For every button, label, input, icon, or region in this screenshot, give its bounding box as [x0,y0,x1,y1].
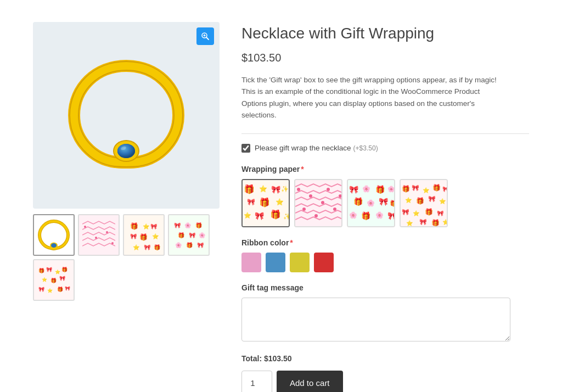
svg-text:🎁: 🎁 [139,233,148,241]
svg-text:🎀: 🎀 [437,210,444,217]
svg-text:🎀: 🎀 [189,232,196,239]
svg-text:🎀: 🎀 [38,286,45,293]
wrapping-paper-label: Wrapping paper* [241,165,529,173]
thumb-paper2[interactable]: 🎁 ⭐ 🎀 🎀 🎁 ⭐ ⭐ 🎀 🎁 [123,214,165,256]
color-swatch-yellow[interactable] [290,253,310,272]
svg-text:⭐: ⭐ [42,277,47,282]
svg-text:🎁: 🎁 [130,222,138,230]
wrapping-paper-section: Wrapping paper* 🎁 ⭐ 🎀 ✨ 🎀 🎁 ⭐ [241,165,529,227]
svg-text:🌸: 🌸 [199,232,205,239]
quantity-input[interactable] [241,371,272,392]
ribbon-color-section: Ribbon color* [241,238,529,272]
svg-text:🎀: 🎀 [197,242,204,249]
necklace-illustration [66,55,187,176]
svg-text:🎀: 🎀 [402,208,409,216]
svg-text:✨: ✨ [283,212,290,220]
svg-text:✨: ✨ [281,185,289,193]
thumb-paper3[interactable]: 🎀 🌸 🎁 🎁 🎀 🌸 🌸 🎁 🎀 [168,214,210,256]
svg-point-66 [314,214,318,217]
thumb-paper1[interactable] [78,214,120,256]
gift-tag-input[interactable] [241,298,510,341]
svg-point-68 [339,194,342,198]
svg-text:🎁: 🎁 [154,244,160,251]
svg-point-65 [302,208,306,211]
product-description: Tick the 'Gift wrap' box to see the gift… [241,74,505,121]
svg-text:⭐: ⭐ [413,210,420,217]
paper-options: 🎁 ⭐ 🎀 ✨ 🎀 🎁 ⭐ ⭐ 🎀 🎁 ✨ [241,179,529,227]
thumb-necklace[interactable] [33,214,75,256]
svg-text:⭐: ⭐ [406,220,413,227]
svg-point-63 [321,201,324,204]
svg-text:🎀: 🎀 [271,185,281,194]
svg-text:🎀: 🎀 [144,244,151,251]
svg-text:🎁: 🎁 [425,208,433,216]
page-wrapper: 🎁 ⭐ 🎀 🎀 🎁 ⭐ ⭐ 🎀 🎁 🎀 [0,0,562,392]
svg-point-13 [95,237,97,239]
paper-option-2[interactable] [294,179,342,227]
svg-text:🎁: 🎁 [390,199,395,207]
thumb-paper2-img: 🎁 ⭐ 🎀 🎀 🎁 ⭐ ⭐ 🎀 🎁 [127,219,160,251]
svg-text:⭐: ⭐ [152,233,159,240]
svg-text:🎁: 🎁 [361,211,371,221]
svg-text:🎀: 🎀 [59,275,66,282]
add-to-cart-button[interactable]: Add to cart [277,371,343,392]
svg-text:⭐: ⭐ [439,198,446,205]
thumb-paper3-img: 🎀 🌸 🎁 🎁 🎀 🌸 🌸 🎁 🎀 [172,219,205,251]
svg-text:🎁: 🎁 [244,184,255,194]
svg-point-7 [117,144,135,158]
gift-wrap-checkbox[interactable] [241,144,250,153]
svg-text:🎁: 🎁 [353,197,363,206]
svg-text:🎁: 🎁 [270,209,281,220]
svg-text:⭐: ⭐ [259,184,267,193]
svg-point-12 [84,226,86,228]
svg-text:🎁: 🎁 [178,232,185,239]
section-divider [241,133,529,134]
gift-wrap-row: Please gift wrap the necklace(+$3.50) [241,144,529,153]
product-layout: 🎁 ⭐ 🎀 🎀 🎁 ⭐ ⭐ 🎀 🎁 🎀 [33,22,529,392]
thumb-paper4-img: 🎁 🎀 ⭐ 🎁 ⭐ 🎁 🎀 🎀 ⭐ 🎁 🎀 [37,264,70,296]
svg-text:🎀: 🎀 [130,233,137,240]
svg-text:🎁: 🎁 [57,286,64,293]
svg-text:🎁: 🎁 [432,183,441,192]
svg-text:🎁: 🎁 [50,277,57,284]
svg-text:⭐: ⭐ [133,244,140,251]
color-swatch-red[interactable] [314,253,334,272]
zoom-button[interactable] [196,27,214,45]
paper-option-1[interactable]: 🎁 ⭐ 🎀 ✨ 🎀 🎁 ⭐ ⭐ 🎀 🎁 ✨ [241,179,290,227]
svg-text:🎁: 🎁 [259,197,270,208]
product-images: 🎁 ⭐ 🎀 🎀 🎁 ⭐ ⭐ 🎀 🎁 🎀 [33,22,220,301]
svg-text:🌸: 🌸 [367,199,375,207]
svg-point-61 [297,188,300,191]
svg-text:🌸: 🌸 [387,185,395,193]
svg-text:🎀: 🎀 [419,218,427,226]
paper-option-3[interactable]: 🎀 🌸 🎁 🌸 🎁 🌸 🎀 🎁 🌸 🎁 🌸 🎀 [347,179,395,227]
svg-text:⭐: ⭐ [442,219,448,226]
svg-text:⭐: ⭐ [143,223,150,230]
svg-text:🌸: 🌸 [375,211,384,219]
color-swatch-pink[interactable] [241,253,261,272]
product-price: $103.50 [241,52,529,64]
svg-text:🎀: 🎀 [65,285,70,291]
svg-text:⭐: ⭐ [276,198,284,206]
cart-row: Add to cart [241,371,529,392]
svg-text:🎀: 🎀 [255,211,265,221]
svg-text:🎀: 🎀 [412,184,419,192]
svg-point-14 [106,231,108,233]
svg-text:🌸: 🌸 [175,242,182,249]
thumb-paper4[interactable]: 🎁 🎀 ⭐ 🎁 ⭐ 🎁 🎀 🎀 ⭐ 🎁 🎀 [33,259,75,301]
svg-text:🎁: 🎁 [402,184,410,193]
svg-text:⭐: ⭐ [244,211,251,219]
color-swatch-blue[interactable] [266,253,285,272]
paper-option-4[interactable]: 🎁 🎀 ⭐ 🎁 🎀 ⭐ 🎁 🎀 ⭐ 🎀 ⭐ 🎁 [400,179,448,227]
svg-text:🎀: 🎀 [46,266,53,273]
svg-point-62 [309,194,312,198]
svg-point-64 [333,208,336,211]
svg-text:🌸: 🌸 [184,222,192,229]
svg-text:🎀: 🎀 [442,186,448,193]
main-image [33,22,220,209]
svg-text:🎀: 🎀 [349,185,359,194]
svg-text:🎁: 🎁 [375,185,385,194]
gift-wrap-label[interactable]: Please gift wrap the necklace(+$3.50) [255,144,378,152]
ribbon-color-label: Ribbon color* [241,238,529,247]
total-row: Total: $103.50 [241,354,529,363]
